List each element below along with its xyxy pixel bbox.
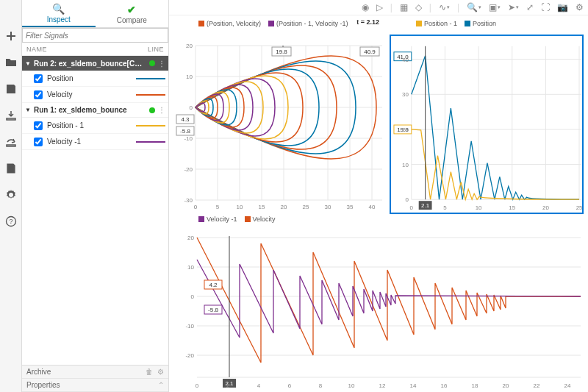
svg-text:25: 25 xyxy=(576,204,583,211)
import-icon[interactable] xyxy=(4,109,18,122)
menu-icon[interactable]: ⋮ xyxy=(158,106,165,114)
expand-icon: ▼ xyxy=(25,107,31,113)
signal-checkbox[interactable] xyxy=(34,138,43,146)
plot-position[interactable]: Position - 1 Position 2.1 4 xyxy=(390,18,584,210)
status-dot xyxy=(149,107,155,113)
legend-label: Velocity xyxy=(253,215,276,223)
svg-text:25: 25 xyxy=(303,204,309,210)
signal-row[interactable]: Velocity xyxy=(22,87,168,103)
plot-velocity[interactable]: Velocity -1 Velocity 2.1 4.2 -5.8 xyxy=(172,214,584,388)
svg-text:-5.8: -5.8 xyxy=(180,128,190,135)
run-label: Run 2: ex_sldemo_bounce[Current] xyxy=(34,60,146,68)
snapshot-icon[interactable]: 📷 xyxy=(557,2,568,13)
signal-checkbox[interactable] xyxy=(34,74,43,83)
filter-box xyxy=(22,28,168,43)
run-row[interactable]: ▼ Run 1: ex_sldemo_bounce ⋮ xyxy=(22,103,168,118)
signal-label: Velocity xyxy=(47,90,132,99)
plot-toolbar: ◉ ▷ | ▦ ◇ | ∿▾ | 🔍▾ ▣▾ ➤▾ ⤢ ⛶ 📷 ⚙ xyxy=(169,0,588,15)
tab-compare[interactable]: ✔ Compare xyxy=(96,0,169,27)
grid-icon[interactable]: ▦ xyxy=(400,2,408,13)
signal-row[interactable]: Velocity -1 xyxy=(22,134,168,150)
svg-text:10: 10 xyxy=(186,74,193,80)
signal-type-icon[interactable]: ∿▾ xyxy=(439,2,450,13)
svg-text:12: 12 xyxy=(379,382,386,389)
svg-text:20: 20 xyxy=(402,126,409,133)
tab-inspect[interactable]: 🔍 Inspect xyxy=(22,0,96,27)
legend-swatch xyxy=(245,216,251,222)
col-name: NAME xyxy=(26,46,127,53)
phase-svg: 19.8 40.9 4.3 -5.8 0510152025303540 -30-… xyxy=(172,29,385,220)
menu-icon[interactable]: ⋮ xyxy=(158,60,165,68)
zoom-icon[interactable]: 🔍▾ xyxy=(467,2,481,13)
svg-text:8: 8 xyxy=(319,382,323,389)
legend-label: Position xyxy=(473,20,496,27)
legend-label: (Position - 1, Velocity -1) xyxy=(276,20,348,27)
export-icon[interactable] xyxy=(4,135,18,149)
svg-text:40.9: 40.9 xyxy=(364,49,376,55)
svg-text:4.3: 4.3 xyxy=(181,116,190,123)
run-label: Run 1: ex_sldemo_bounce xyxy=(34,106,146,114)
chevron-up-icon: ⌃ xyxy=(158,381,164,389)
svg-text:5: 5 xyxy=(216,204,220,210)
archive-row[interactable]: Archive 🗑 ⚙ xyxy=(22,366,168,379)
signal-tree: ▼ Run 2: ex_sldemo_bounce[Current] ⋮ Pos… xyxy=(22,56,168,365)
velocity-svg: 2.1 4.2 -5.8 20100-10-20 024681012141618… xyxy=(172,224,584,392)
tab-label: Compare xyxy=(117,16,147,24)
plot-phase[interactable]: (Position, Velocity) (Position - 1, Velo… xyxy=(172,18,385,210)
trash-icon[interactable]: 🗑 xyxy=(146,368,153,376)
legend-swatch xyxy=(198,21,204,26)
svg-text:10: 10 xyxy=(237,204,243,210)
fullscreen-icon[interactable]: ⛶ xyxy=(541,2,550,13)
sidebar-tabs: 🔍 Inspect ✔ Compare xyxy=(22,0,168,28)
svg-text:19.8: 19.8 xyxy=(276,49,287,55)
legend: (Position, Velocity) (Position - 1, Velo… xyxy=(172,18,385,29)
legend-label: Velocity -1 xyxy=(207,215,237,223)
properties-row[interactable]: Properties ⌃ xyxy=(22,379,168,392)
legend-swatch xyxy=(465,21,470,26)
svg-text:4: 4 xyxy=(257,382,261,389)
svg-text:10: 10 xyxy=(476,204,482,211)
fit-icon[interactable]: ▣▾ xyxy=(489,2,501,13)
play-icon[interactable]: ▷ xyxy=(376,2,383,13)
add-icon[interactable] xyxy=(4,29,18,43)
line-sample xyxy=(136,125,165,126)
plots-grid: (Position, Velocity) (Position - 1, Velo… xyxy=(169,15,588,392)
svg-text:2.1: 2.1 xyxy=(421,202,430,209)
svg-text:20: 20 xyxy=(503,382,509,389)
settings-icon[interactable]: ⚙ xyxy=(576,2,584,13)
folder-icon[interactable] xyxy=(4,56,18,69)
svg-text:0: 0 xyxy=(190,104,193,111)
svg-text:6: 6 xyxy=(288,382,292,389)
legend-swatch xyxy=(268,21,274,26)
svg-text:18: 18 xyxy=(472,382,478,389)
report-icon[interactable] xyxy=(4,162,18,175)
save-icon[interactable] xyxy=(4,82,18,96)
settings-icon[interactable] xyxy=(4,188,18,202)
svg-text:20: 20 xyxy=(187,235,194,241)
expand-icon[interactable]: ⤢ xyxy=(526,2,534,13)
signal-checkbox[interactable] xyxy=(34,90,43,99)
signal-row[interactable]: Position xyxy=(22,71,168,87)
col-line: LINE xyxy=(127,46,164,53)
svg-text:0: 0 xyxy=(194,204,198,210)
svg-text:0: 0 xyxy=(410,204,414,211)
cursor-icon[interactable]: ➤▾ xyxy=(508,2,519,13)
legend: Velocity -1 Velocity xyxy=(172,214,584,224)
fingerprint-icon[interactable]: ◉ xyxy=(362,2,369,13)
expand-icon: ▼ xyxy=(25,60,31,67)
run-row[interactable]: ▼ Run 2: ex_sldemo_bounce[Current] ⋮ xyxy=(22,56,168,71)
legend-swatch xyxy=(416,21,422,26)
svg-text:-20: -20 xyxy=(184,166,193,173)
svg-text:4.2: 4.2 xyxy=(209,282,218,288)
gear-icon[interactable]: ⚙ xyxy=(157,368,164,376)
signal-row[interactable]: Position - 1 xyxy=(22,118,168,134)
help-icon[interactable]: ? xyxy=(4,215,18,228)
legend-label: (Position, Velocity) xyxy=(207,20,261,27)
svg-text:14: 14 xyxy=(410,382,417,389)
svg-text:10: 10 xyxy=(402,162,409,168)
tab-label: Inspect xyxy=(47,15,71,24)
signal-checkbox[interactable] xyxy=(34,121,43,130)
clear-icon[interactable]: ◇ xyxy=(415,2,422,13)
check-icon: ✔ xyxy=(127,4,136,15)
filter-input[interactable] xyxy=(22,28,168,43)
